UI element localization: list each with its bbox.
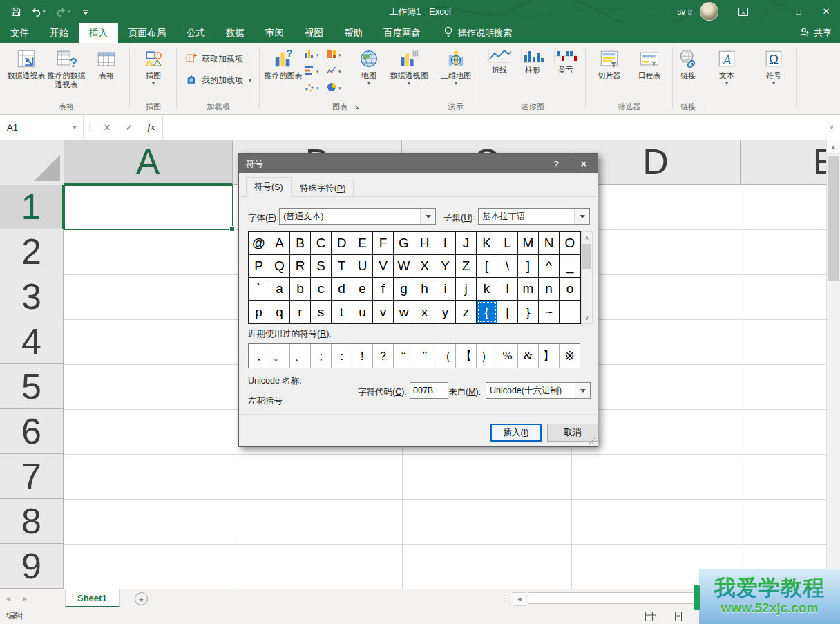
customize-qat-button[interactable]: [77, 3, 95, 21]
expand-formula-bar-icon[interactable]: ∨: [823, 115, 840, 140]
symbol-cell[interactable]: z: [456, 301, 477, 323]
dialog-titlebar[interactable]: 符号 ? ✕: [239, 154, 598, 173]
symbol-scroll-up-icon[interactable]: ∧: [582, 232, 592, 243]
row-header-3[interactable]: 3: [0, 274, 64, 319]
symbol-cell[interactable]: v: [373, 301, 394, 323]
symbol-cell[interactable]: t: [332, 301, 352, 323]
ribbon-button-日程表[interactable]: 日程表: [630, 45, 669, 80]
avatar[interactable]: [700, 2, 718, 21]
symbol-cell[interactable]: h: [414, 278, 435, 301]
ribbon-tab-帮助[interactable]: 帮助: [334, 23, 373, 43]
symbol-cell[interactable]: V: [373, 255, 394, 278]
sheet-tab-Sheet1[interactable]: Sheet1: [65, 589, 120, 607]
symbol-cell[interactable]: D: [332, 232, 352, 255]
column-header-E[interactable]: E: [741, 140, 840, 185]
save-button[interactable]: [7, 3, 25, 21]
row-header-2[interactable]: 2: [0, 229, 64, 274]
font-select[interactable]: (普通文本): [279, 208, 436, 225]
insert-function-button[interactable]: fx: [140, 115, 162, 140]
select-all-button[interactable]: [0, 140, 64, 185]
subset-dropdown-icon[interactable]: [574, 209, 589, 224]
symbol-cell[interactable]: B: [290, 232, 311, 255]
symbol-cell[interactable]: @: [249, 232, 269, 255]
symbol-cell[interactable]: O: [560, 232, 580, 255]
ribbon-button-chart-line[interactable]: ▾: [326, 64, 348, 80]
symbol-cell[interactable]: x: [414, 301, 435, 323]
ribbon-tab-视图[interactable]: 视图: [294, 23, 334, 43]
undo-dropdown-icon[interactable]: ▾: [43, 9, 50, 15]
ribbon-button-数据透视图[interactable]: 数据透视图▾: [390, 45, 428, 86]
normal-view-icon[interactable]: [645, 612, 656, 621]
page-layout-view-icon[interactable]: [673, 612, 684, 621]
scroll-up-icon[interactable]: ▲: [827, 140, 840, 154]
symbol-cell[interactable]: T: [332, 255, 352, 278]
sheet-next-icon[interactable]: ▶: [17, 589, 33, 607]
symbol-cell[interactable]: f: [373, 278, 394, 301]
tab-symbols[interactable]: 符号(S): [246, 177, 292, 197]
new-sheet-button[interactable]: ＋: [135, 592, 148, 605]
ribbon-tab-百度网盘[interactable]: 百度网盘: [373, 23, 431, 43]
symbol-cell[interactable]: }: [518, 301, 539, 323]
ribbon-tab-审阅[interactable]: 审阅: [255, 23, 294, 43]
symbol-cell[interactable]: y: [435, 301, 456, 323]
name-box[interactable]: A1 ▾: [0, 115, 83, 140]
symbol-cell[interactable]: i: [435, 278, 456, 301]
symbol-cell[interactable]: U: [352, 255, 373, 278]
ribbon-button-柱形[interactable]: 柱形: [517, 45, 548, 75]
ribbon-button-符号[interactable]: Ω符号▾: [754, 45, 793, 86]
ribbon-tab-公式[interactable]: 公式: [176, 23, 216, 43]
recent-symbol-cell[interactable]: ※: [560, 344, 580, 368]
resize-grip[interactable]: [587, 436, 596, 445]
ribbon-button-chart-bar[interactable]: ▾: [304, 64, 326, 80]
recent-symbol-cell[interactable]: 。: [269, 344, 290, 368]
symbol-scroll-thumb[interactable]: [582, 244, 591, 269]
recent-symbol-cell[interactable]: ；: [311, 344, 332, 368]
symbol-cell[interactable]: j: [456, 278, 477, 301]
recent-symbol-cell[interactable]: 【: [456, 344, 477, 368]
ribbon-tab-文件[interactable]: 文件: [0, 23, 39, 43]
symbol-cell[interactable]: I: [435, 232, 456, 255]
recent-symbol-cell[interactable]: ）: [477, 344, 497, 368]
symbol-cell[interactable]: a: [269, 278, 290, 301]
tab-special-characters[interactable]: 特殊字符(P): [292, 180, 354, 197]
tab-splitter-icon[interactable]: ⋮: [500, 589, 508, 607]
symbol-cell[interactable]: {: [477, 301, 497, 323]
symbol-cell[interactable]: Y: [435, 255, 456, 278]
symbol-cell[interactable]: m: [518, 278, 539, 301]
ribbon-tab-插入[interactable]: 插入: [79, 23, 118, 43]
vertical-scroll-thumb[interactable]: [828, 156, 839, 281]
ribbon-tab-开始[interactable]: 开始: [39, 23, 79, 43]
symbol-cell[interactable]: Z: [456, 255, 477, 278]
share-button[interactable]: 共享: [799, 23, 832, 43]
symbol-cell[interactable]: S: [311, 255, 332, 278]
symbol-cell[interactable]: M: [518, 232, 539, 255]
symbol-cell[interactable]: G: [394, 232, 414, 255]
symbol-cell[interactable]: e: [352, 278, 373, 301]
recent-symbol-cell[interactable]: ！: [352, 344, 373, 368]
ribbon-tab-页面布局[interactable]: 页面布局: [118, 23, 176, 43]
sheet-prev-icon[interactable]: ◀: [0, 589, 17, 607]
redo-dropdown-icon[interactable]: ▾: [68, 9, 75, 15]
row-header-8[interactable]: 8: [0, 499, 64, 544]
ribbon-button-推荐的数据透视表[interactable]: ?推荐的数据透视表: [47, 45, 86, 89]
vertical-scrollbar[interactable]: ▲: [826, 140, 840, 589]
symbol-cell[interactable]: Q: [269, 255, 290, 278]
recent-symbol-cell[interactable]: 、: [290, 344, 311, 368]
ribbon-button-chart-col[interactable]: ▾: [304, 47, 326, 64]
symbol-cell[interactable]: J: [456, 232, 477, 255]
horizontal-scroll-thumb[interactable]: [528, 592, 698, 604]
close-button[interactable]: ✕: [812, 0, 840, 23]
ribbon-display-options-button[interactable]: [729, 0, 757, 23]
column-header-A[interactable]: A: [64, 140, 233, 185]
ribbon-button-地图[interactable]: 地图▾: [350, 45, 388, 86]
ribbon-button-折线[interactable]: 折线: [484, 45, 515, 75]
ribbon-button-插图[interactable]: 插图▾: [134, 45, 173, 86]
symbol-cell[interactable]: _: [560, 255, 580, 278]
row-header-4[interactable]: 4: [0, 319, 64, 364]
ribbon-button-链接[interactable]: 链接: [677, 45, 699, 80]
row-header-1[interactable]: 1: [0, 185, 64, 229]
symbol-cell[interactable]: ^: [539, 255, 560, 278]
ribbon-button-chart-pie[interactable]: ▾: [326, 80, 348, 97]
symbol-cell[interactable]: [: [477, 255, 497, 278]
font-dropdown-icon[interactable]: [420, 209, 435, 224]
